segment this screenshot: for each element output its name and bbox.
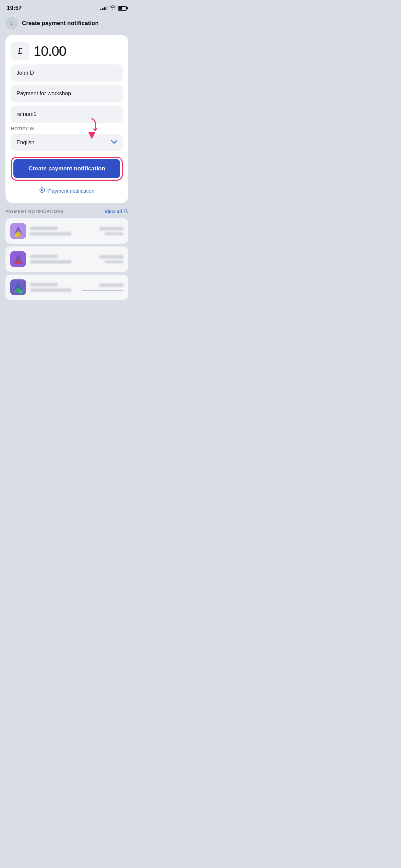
payment-notifications-section: PAYMENT NOTIFICATIONS View all: [5, 208, 128, 303]
back-button[interactable]: ‹: [5, 17, 18, 29]
blurred-amount-3: [99, 284, 123, 287]
notify-in-label: NOTIFY IN: [11, 126, 123, 131]
amount-row: £ 10.00: [11, 42, 123, 60]
notification-icon-1: [10, 223, 26, 239]
reference-field[interactable]: refnum1: [11, 106, 123, 123]
payment-notification-link-text: Payment notification: [48, 188, 94, 194]
language-value: English: [16, 140, 34, 146]
notification-right-3: [82, 284, 123, 291]
svg-point-12: [19, 290, 23, 294]
payment-notifications-header: PAYMENT NOTIFICATIONS View all: [5, 208, 128, 218]
notification-content-2: [30, 255, 95, 264]
svg-rect-5: [15, 233, 19, 237]
list-item[interactable]: [5, 218, 128, 244]
status-icons: [100, 5, 127, 11]
blurred-name-2: [30, 255, 58, 258]
create-payment-notification-button[interactable]: Create payment notification: [13, 159, 120, 178]
blurred-detail-3: [30, 288, 71, 292]
blurred-amount-2: [99, 255, 123, 258]
notification-icon-2: [10, 251, 26, 267]
status-bar: 19:57: [0, 0, 134, 14]
create-button-highlight: Create payment notification: [11, 157, 123, 181]
back-chevron-icon: ‹: [10, 20, 12, 26]
language-selector[interactable]: English: [11, 134, 123, 151]
list-item[interactable]: [5, 246, 128, 272]
gear-icon: [39, 187, 45, 195]
chevron-down-icon: [111, 140, 117, 146]
create-button-label: Create payment notification: [28, 165, 105, 172]
scroll-indicator: [82, 290, 123, 291]
battery-icon: [118, 6, 127, 11]
blurred-detail-2: [30, 260, 71, 264]
payment-notifications-title: PAYMENT NOTIFICATIONS: [5, 209, 63, 214]
view-all-label: View all: [105, 209, 122, 214]
blurred-name-3: [30, 283, 58, 286]
nav-title: Create payment notification: [22, 20, 99, 27]
status-time: 19:57: [7, 5, 22, 12]
svg-point-1: [124, 209, 127, 212]
notification-content-3: [30, 283, 78, 292]
language-selector-wrapper: English: [11, 134, 123, 151]
notification-list: [5, 218, 128, 303]
notification-right-1: [99, 227, 123, 235]
blurred-date-2: [105, 261, 123, 263]
notification-content-1: [30, 227, 95, 236]
notification-right-2: [99, 255, 123, 263]
signal-icon: [100, 6, 108, 10]
currency-symbol: £: [11, 42, 29, 60]
search-icon: [123, 208, 128, 214]
notification-icon-3: [10, 279, 26, 295]
recipient-field[interactable]: John D: [11, 64, 123, 82]
wifi-icon: [110, 5, 116, 11]
blurred-date-1: [105, 232, 123, 235]
blurred-name-1: [30, 227, 58, 230]
view-all-button[interactable]: View all: [105, 208, 128, 214]
payment-notification-link[interactable]: Payment notification: [11, 185, 123, 196]
nav-bar: ‹ Create payment notification: [0, 14, 134, 35]
blurred-amount-1: [99, 227, 123, 230]
blurred-detail-1: [30, 232, 71, 236]
amount-value: 10.00: [34, 44, 66, 59]
description-field[interactable]: Payment for workshop: [11, 85, 123, 102]
main-card: £ 10.00 John D Payment for workshop refn…: [5, 35, 128, 203]
list-item[interactable]: [5, 275, 128, 300]
